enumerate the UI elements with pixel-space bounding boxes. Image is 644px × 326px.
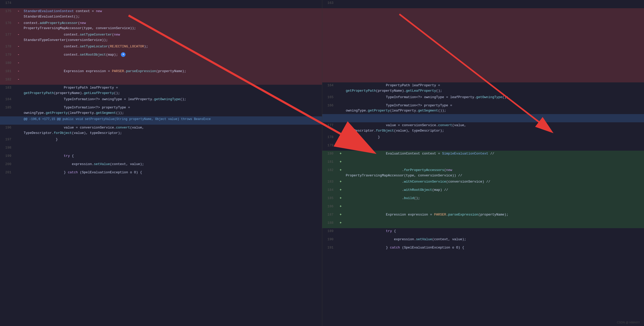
code-line: 178 } xyxy=(322,134,644,142)
code-line-deleted: 178 - context.setTypeLocator(REJECTING_L… xyxy=(0,44,322,52)
code-line-empty xyxy=(322,74,644,82)
code-line: 179 xyxy=(322,142,644,151)
code-line-empty xyxy=(322,49,644,58)
code-line: 198 xyxy=(0,145,322,153)
code-line-deleted: 181 - Expression expression = PARSER.par… xyxy=(0,68,322,76)
code-line: 183 PropertyPath leafProperty = getPrope… xyxy=(0,85,322,97)
code-line-deleted: 179 - context.setRootObject(map); + xyxy=(0,52,322,60)
code-line: 199 try { xyxy=(0,153,322,161)
code-line-deleted: 182 - xyxy=(0,76,322,85)
code-line-added: 183 + .withConversionService(conversionS… xyxy=(322,179,644,187)
right-pane: 163 xyxy=(322,0,644,326)
code-line: 165 TypeInformation<?> owningType = leaf… xyxy=(322,94,644,102)
code-line-empty xyxy=(322,25,644,33)
code-line: 174 xyxy=(0,0,322,8)
code-line: 200 expression.setValue(context, value); xyxy=(0,161,322,169)
code-line: 185 TypeInformation<?> propertyType = ow… xyxy=(0,105,322,116)
code-line-added: 186 + xyxy=(322,203,644,212)
code-line: 189 try { xyxy=(322,228,644,236)
code-line-empty xyxy=(322,41,644,49)
code-line-added: 187 + Expression expression = PARSER.par… xyxy=(322,212,644,220)
code-line: 191 } catch (SpelEvaluationException o O… xyxy=(322,245,644,253)
code-line-empty xyxy=(322,33,644,41)
code-line-deleted: 176 - context.addPropertyAccessor(new Pr… xyxy=(0,20,322,32)
code-line: 190 expression.setValue(context, value); xyxy=(322,236,644,245)
code-line-deleted: 180 - xyxy=(0,60,322,68)
code-line-empty xyxy=(322,58,644,66)
code-line-empty xyxy=(322,16,644,25)
code-line: 177 value = conversionService.convert(va… xyxy=(322,122,644,134)
code-line: 197 } xyxy=(0,136,322,145)
code-line-deleted: 175 - StandardEvaluationContext context … xyxy=(0,8,322,20)
hunk-header: @@ -196,6 +177,15 @@ public void setProp… xyxy=(0,116,322,125)
code-line: 164 PropertyPath leafProperty = getPrope… xyxy=(322,82,644,94)
hunk-header-right xyxy=(322,114,644,122)
code-line: 201 } catch (SpelEvaluationException o O… xyxy=(0,169,322,178)
code-line-added: 184 + .withRootObject(map) // xyxy=(322,187,644,195)
code-line-added: 188 + xyxy=(322,220,644,228)
code-line-empty xyxy=(322,66,644,74)
code-line-deleted: 177 - context.setTypeConverter(new Stand… xyxy=(0,32,322,44)
code-line: 166 TypeInformation<?> propertyType = ow… xyxy=(322,102,644,114)
code-line-added: 180 + EvaluationContext context = Simple… xyxy=(322,151,644,159)
code-line: 184 TypeInformation<?> owningType = leaf… xyxy=(0,96,322,105)
code-line-added: 182 + .forPropertyAccessors(new Property… xyxy=(322,167,644,179)
code-line-added: 181 + xyxy=(322,159,644,167)
code-line-added: 185 + .build(); xyxy=(322,195,644,203)
plus-badge: + xyxy=(121,52,126,57)
left-pane: 174 175 - StandardEvaluationContext cont… xyxy=(0,0,322,326)
watermark: CSDN @ HWHXY xyxy=(617,321,640,324)
code-line: 196 value = conversionService.convert(va… xyxy=(0,125,322,136)
editor-container: 174 175 - StandardEvaluationContext cont… xyxy=(0,0,644,326)
code-line-empty xyxy=(322,8,644,16)
code-line: 163 xyxy=(322,0,644,8)
